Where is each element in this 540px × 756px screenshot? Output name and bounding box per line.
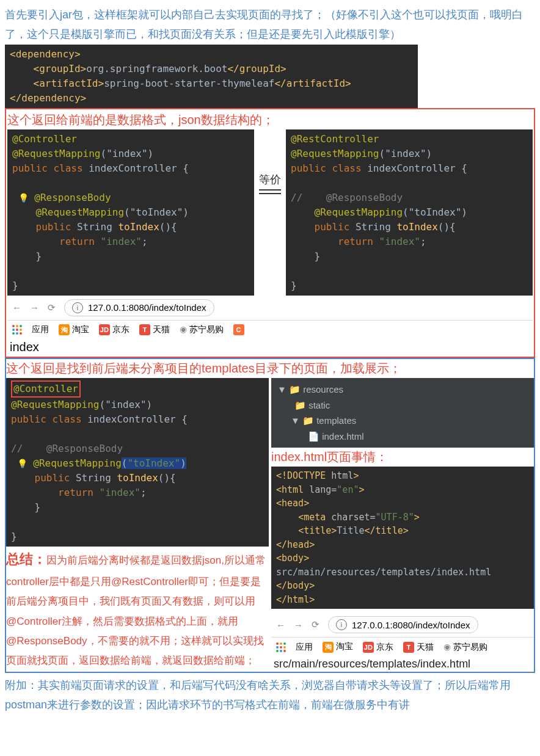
equals-label: 等价 xyxy=(257,129,283,197)
json-response-section: 这个返回给前端的是数据格式，json数据结构的； @Controller @Re… xyxy=(5,108,535,358)
reload-icon[interactable]: ⟳ xyxy=(312,619,319,630)
lightbulb-icon: 💡 xyxy=(18,193,29,203)
reload-icon[interactable]: ⟳ xyxy=(48,302,56,313)
bookmark-suning[interactable]: ◉ 苏宁易购 xyxy=(443,642,487,653)
footer-note: 附加：其实前端页面请求的设置，和后端写代码没有啥关系，浏览器自带请求头等设置了；… xyxy=(5,675,535,715)
code-right-restcontroller: @RestController @RequestMapping("index")… xyxy=(286,129,533,296)
html-template-code: <!DOCTYPE html> <html lang="en"> <head> … xyxy=(271,467,534,609)
url-input[interactable]: i127.0.0.1:8080/index/toIndex xyxy=(328,616,478,633)
browser-address-bar-2: ← → ⟳ i127.0.0.1:8080/index/toIndex xyxy=(271,612,534,638)
summary-text: 总结：因为前后端分离时候都是返回数据json,所以通常controller层中都… xyxy=(6,547,269,671)
forward-icon[interactable]: → xyxy=(30,302,39,313)
back-icon[interactable]: ← xyxy=(276,620,285,630)
bookmark-taobao[interactable]: 淘 淘宝 xyxy=(323,641,353,653)
info-icon: i xyxy=(336,619,347,630)
template-response-section: 这个返回是找到前后端未分离项目的templates目录下的页面，加载展示； @C… xyxy=(5,358,535,673)
back-icon[interactable]: ← xyxy=(12,302,21,313)
bookmark-bar-1: 应用 淘 淘宝 JD 京东 T 天猫 ◉ 苏宁易购 C xyxy=(7,321,533,340)
xml-dependency-code: <dependency> <groupId>org.springframewor… xyxy=(5,45,418,108)
bookmark-apps[interactable]: 应用 xyxy=(296,642,313,653)
file-tree: ▼ 📁 resources 📁 static ▼ 📁 templates 📄 i… xyxy=(271,378,534,448)
bookmark-tmall[interactable]: T 天猫 xyxy=(403,642,434,653)
lightbulb-icon: 💡 xyxy=(17,459,27,468)
intro-text: 首先要引入jar包，这样框架就可以内部自己去实现页面的寻找了；（好像不引入这个也… xyxy=(5,5,535,45)
apps-icon[interactable] xyxy=(276,642,286,652)
apps-icon[interactable] xyxy=(12,325,22,335)
section-title-1: 这个返回给前端的是数据格式，json数据结构的； xyxy=(7,112,533,128)
code-left-controller-2: @Controller @RequestMapping("index") pub… xyxy=(6,378,269,547)
index-html-title: index.html页面事情： xyxy=(271,449,534,465)
bookmark-taobao[interactable]: 淘 淘宝 xyxy=(59,324,89,336)
bookmark-jd[interactable]: JD 京东 xyxy=(99,324,130,335)
browser-address-bar-1: ← → ⟳ i127.0.0.1:8080/index/toIndex xyxy=(7,296,533,321)
section-title-2: 这个返回是找到前后端未分离项目的templates目录下的页面，加载展示； xyxy=(6,360,534,377)
bookmark-bar-2: 应用 淘 淘宝 JD 京东 T 天猫 ◉ 苏宁易购 xyxy=(271,638,534,656)
bookmark-tmall[interactable]: T 天猫 xyxy=(139,324,170,335)
rendered-path: src/main/resources/templates/index.html xyxy=(271,656,534,672)
info-icon: i xyxy=(72,302,83,313)
forward-icon[interactable]: → xyxy=(294,620,303,630)
url-input[interactable]: i127.0.0.1:8080/index/toIndex xyxy=(64,299,214,316)
bookmark-jd[interactable]: JD 京东 xyxy=(363,642,393,653)
bookmark-apps[interactable]: 应用 xyxy=(32,324,49,335)
bookmark-suning[interactable]: ◉ 苏宁易购 xyxy=(180,324,224,335)
c-badge[interactable]: C xyxy=(233,324,244,335)
browser-output: index xyxy=(7,339,533,355)
code-left-controller: @Controller @RequestMapping("index") pub… xyxy=(7,129,254,296)
